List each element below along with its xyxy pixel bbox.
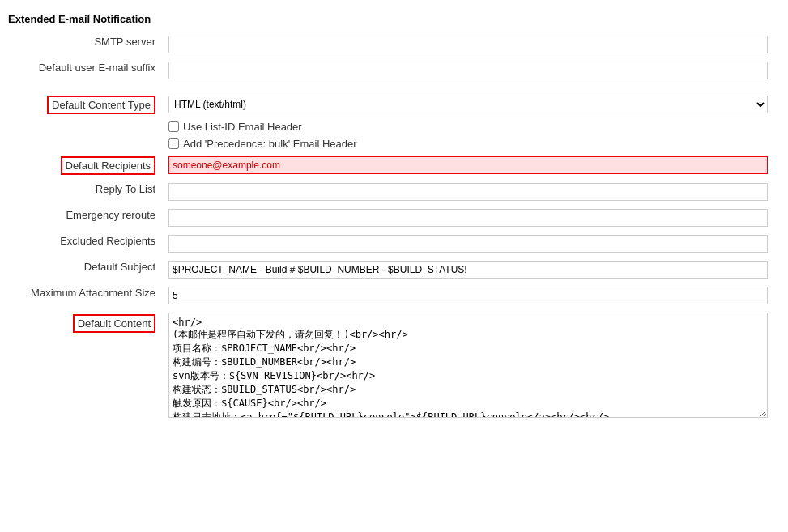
email-suffix-input[interactable] — [168, 62, 768, 79]
max-attachment-size-label: Maximum Attachment Size — [31, 287, 155, 299]
default-content-type-select[interactable]: HTML (text/html) Plain Text (text/plain) — [168, 96, 768, 113]
use-list-id-checkbox[interactable] — [168, 121, 179, 132]
default-recipients-input[interactable] — [168, 156, 768, 174]
add-precedence-label: Add 'Precedence: bulk' Email Header — [6, 138, 782, 150]
default-subject-label: Default Subject — [84, 261, 155, 273]
default-subject-input[interactable] — [168, 261, 768, 279]
add-precedence-checkbox[interactable] — [168, 138, 179, 149]
excluded-recipients-label: Excluded Recipients — [60, 235, 155, 247]
smtp-server-input[interactable] — [168, 36, 768, 53]
emergency-reroute-label: Emergency reroute — [66, 209, 155, 221]
max-attachment-size-input[interactable] — [168, 287, 768, 304]
smtp-server-label: SMTP server — [94, 36, 155, 48]
use-list-id-label: Use List-ID Email Header — [6, 121, 782, 133]
default-content-textarea[interactable]: <hr/> (本邮件是程序自动下发的，请勿回复！)<br/><hr/> 项目名称… — [168, 313, 768, 418]
email-suffix-label: Default user E-mail suffix — [39, 62, 155, 74]
default-content-label: Default Content — [73, 314, 155, 333]
section-title: Extended E-mail Notification — [0, 8, 788, 32]
excluded-recipients-input[interactable] — [168, 235, 768, 253]
default-recipients-label: Default Recipients — [61, 156, 156, 175]
reply-to-list-input[interactable] — [168, 183, 768, 201]
reply-to-list-label: Reply To List — [96, 183, 155, 195]
emergency-reroute-input[interactable] — [168, 209, 768, 227]
default-content-type-label: Default Content Type — [47, 96, 155, 114]
